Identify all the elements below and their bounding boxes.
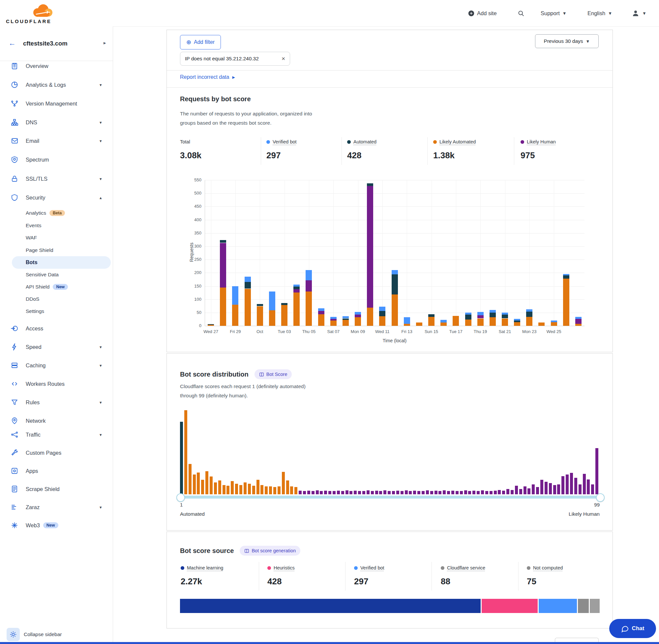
stat-label[interactable]: Heuristics bbox=[274, 565, 295, 571]
collapse-sidebar-label[interactable]: Collapse sidebar bbox=[24, 631, 62, 638]
sidebar-item-access[interactable]: Access bbox=[0, 322, 113, 335]
stat-label[interactable]: Cloudflare service bbox=[447, 565, 485, 571]
slider-max-label: Likely Human bbox=[534, 511, 600, 517]
sidebar-item-events[interactable]: Events bbox=[0, 220, 113, 231]
histogram-bar bbox=[244, 482, 246, 494]
sidebar-item-settings[interactable]: Settings bbox=[0, 305, 113, 317]
chart-bar-segment bbox=[575, 319, 582, 324]
sidebar-item-zaraz[interactable]: Zaraz▾ bbox=[0, 501, 113, 513]
sidebar-item-spectrum[interactable]: Spectrum bbox=[0, 154, 113, 165]
source-bar-segment-cloudflare-service bbox=[578, 599, 590, 613]
sidebar-item-ddos[interactable]: DDoS bbox=[0, 293, 113, 305]
x-tick-label: Wed 25 bbox=[541, 329, 567, 334]
stat-label[interactable]: Automated bbox=[353, 139, 376, 144]
sidebar-item-analytics[interactable]: AnalyticsBeta bbox=[0, 207, 113, 219]
cloudflare-dashboard: CLOUDFLARE Add site Support ▼ English ▼ bbox=[0, 0, 659, 644]
chat-button[interactable]: Chat bbox=[609, 619, 656, 638]
report-incorrect-data-link[interactable]: Report incorrect data ▶ bbox=[180, 74, 235, 80]
chart-bar-segment bbox=[367, 186, 373, 308]
account-menu[interactable]: ▼ bbox=[632, 0, 646, 26]
sidebar-item-custom-pages[interactable]: Custom Pages bbox=[0, 447, 113, 459]
sidebar-item-apps[interactable]: Apps bbox=[0, 465, 113, 477]
sidebar-item-ssl-tls[interactable]: SSL/TLS▾ bbox=[0, 173, 113, 185]
sidebar: ← cftestsite3.com ▸ OverviewAnalytics & … bbox=[0, 26, 113, 644]
clipboard-icon bbox=[10, 62, 19, 70]
histogram-bar bbox=[295, 487, 297, 494]
sidebar-item-analytics-logs[interactable]: Analytics & Logs▾ bbox=[0, 79, 113, 91]
stat-label[interactable]: Verified bot bbox=[360, 565, 384, 571]
close-icon[interactable]: × bbox=[282, 55, 285, 62]
filter-chip[interactable]: IP does not equal 35.212.240.32 × bbox=[180, 52, 290, 66]
sidebar-item-traffic[interactable]: Traffic▾ bbox=[0, 429, 113, 440]
search-button[interactable] bbox=[518, 0, 524, 26]
chart-bar-segment bbox=[416, 322, 422, 326]
gridline-y bbox=[205, 246, 585, 247]
support-menu[interactable]: Support ▼ bbox=[541, 0, 567, 26]
histogram-bar bbox=[519, 489, 522, 494]
site-name[interactable]: cftestsite3.com bbox=[23, 40, 68, 47]
sidebar-item-scrape-shield[interactable]: Scrape Shield bbox=[0, 483, 113, 495]
sidebar-item-caching[interactable]: Caching▾ bbox=[0, 360, 113, 371]
cloudflare-logo[interactable]: CLOUDFLARE bbox=[6, 1, 55, 26]
chevron-right-icon[interactable]: ▸ bbox=[103, 40, 106, 46]
slider-handle-max[interactable] bbox=[596, 493, 605, 502]
sidebar-item-page-shield[interactable]: Page Shield bbox=[0, 244, 113, 256]
back-arrow-icon[interactable]: ← bbox=[8, 39, 16, 47]
sidebar-item-sensitive-data[interactable]: Sensitive Data bbox=[0, 269, 113, 281]
y-axis-line bbox=[205, 180, 205, 326]
sidebar-item-dns[interactable]: DNS▾ bbox=[0, 116, 113, 128]
bot-score-generation-badge[interactable]: Bot score generation bbox=[240, 546, 300, 556]
slider-min-label: Automated bbox=[180, 511, 205, 517]
chart-bar-segment bbox=[538, 322, 545, 326]
y-axis-title: Requests bbox=[189, 237, 194, 267]
sidebar-item-rules[interactable]: Rules▾ bbox=[0, 396, 113, 408]
sidebar-item-overview[interactable]: Overview bbox=[0, 60, 113, 72]
stat-label[interactable]: Machine learning bbox=[187, 565, 223, 571]
language-menu[interactable]: English ▼ bbox=[587, 0, 612, 26]
sidebar-item-api-shield[interactable]: API ShieldNew bbox=[0, 281, 113, 293]
histogram-bar bbox=[379, 491, 382, 494]
sidebar-item-bots[interactable]: Bots bbox=[0, 256, 113, 269]
slider-handle-min[interactable] bbox=[176, 493, 185, 502]
chart-bar-segment bbox=[428, 314, 434, 317]
add-filter-button[interactable]: ⊕ Add filter bbox=[180, 35, 221, 49]
sidebar-item-speed[interactable]: Speed▾ bbox=[0, 341, 113, 353]
chart-bar-segment bbox=[392, 295, 398, 326]
stat-label[interactable]: Likely Human bbox=[527, 139, 556, 144]
date-range-dropdown[interactable]: Previous 30 days ▼ bbox=[535, 34, 599, 48]
chart-bar-segment bbox=[257, 306, 263, 326]
x-axis-title: Time (local) bbox=[375, 338, 415, 343]
top-navbar: CLOUDFLARE Add site Support ▼ English ▼ bbox=[0, 0, 659, 27]
caret-down-icon: ▾ bbox=[99, 138, 102, 143]
sidebar-item-web3[interactable]: Web3New bbox=[0, 519, 113, 531]
stat-label[interactable]: Likely Automated bbox=[440, 139, 476, 144]
score-slider-track[interactable] bbox=[180, 496, 600, 499]
branch-icon bbox=[10, 99, 19, 108]
caret-down-icon: ▼ bbox=[586, 39, 590, 44]
filter-chip-text: IP does not equal 35.212.240.32 bbox=[185, 56, 259, 62]
settings-gear-button[interactable] bbox=[6, 628, 20, 641]
sidebar-item-workers-routes[interactable]: Workers Routes bbox=[0, 378, 113, 390]
sidebar-item-email[interactable]: Email▾ bbox=[0, 135, 113, 147]
y-tick-label: 400 bbox=[185, 217, 202, 222]
requests-card-title: Requests by bot score bbox=[180, 95, 251, 103]
histogram-bar bbox=[401, 491, 403, 494]
sidebar-item-version-management[interactable]: Version Management bbox=[0, 98, 113, 110]
chart-bar-segment bbox=[330, 317, 336, 319]
stat-label[interactable]: Verified bot bbox=[273, 139, 297, 144]
requests-by-bot-score-card: ⊕ Add filter IP does not equal 35.212.24… bbox=[166, 30, 613, 352]
bot-score-badge[interactable]: Bot Score bbox=[255, 369, 292, 379]
x-tick-label: Wed 11 bbox=[369, 329, 396, 334]
y-tick-label: 500 bbox=[185, 190, 202, 196]
user-icon bbox=[632, 9, 639, 17]
sidebar-item-network[interactable]: Network bbox=[0, 415, 113, 427]
histogram-bar bbox=[566, 475, 569, 494]
bottom-accent-bar bbox=[0, 642, 659, 644]
stat-label[interactable]: Not computed bbox=[533, 565, 563, 571]
chart-bar-segment bbox=[220, 243, 226, 288]
x-tick-label: Fri 29 bbox=[222, 329, 249, 334]
sidebar-item-security[interactable]: Security▴ bbox=[0, 191, 113, 204]
gridline-x bbox=[431, 180, 432, 326]
add-site-button[interactable]: Add site bbox=[468, 0, 497, 26]
sidebar-item-waf[interactable]: WAF bbox=[0, 232, 113, 244]
